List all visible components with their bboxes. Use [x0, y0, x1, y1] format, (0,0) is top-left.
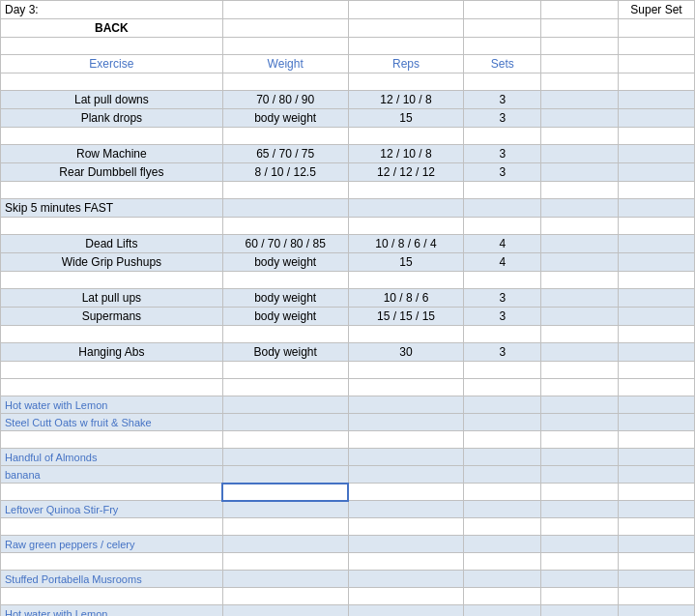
reps-value: 30 — [348, 343, 464, 362]
selected-row — [1, 484, 695, 501]
exercise-row: Dead Lifts 60 / 70 / 80 / 85 10 / 8 / 6 … — [1, 235, 695, 253]
empty-row — [1, 518, 695, 536]
food-row: Raw green peppers / celery — [1, 536, 695, 553]
day-label: Day 3: — [1, 1, 223, 19]
weight-value: Body weight — [222, 343, 348, 362]
back-label: BACK — [1, 19, 223, 38]
empty-row — [1, 38, 695, 55]
empty-row — [1, 272, 695, 289]
exercise-name: Rear Dumbbell flyes — [1, 163, 223, 182]
reps-value: 10 / 8 / 6 / 4 — [348, 235, 464, 253]
skip-label: Skip 5 minutes FAST — [1, 199, 223, 218]
reps-value: 12 / 12 / 12 — [348, 163, 464, 182]
sets-value: 3 — [464, 308, 541, 326]
exercise-row: Rear Dumbbell flyes 8 / 10 / 12.5 12 / 1… — [1, 163, 695, 182]
sets-value: 3 — [464, 343, 541, 362]
food-label: Stuffed Portabella Musrooms — [1, 571, 223, 588]
weight-value: 60 / 70 / 80 / 85 — [222, 235, 348, 253]
skip-row: Skip 5 minutes FAST — [1, 199, 695, 218]
reps-value: 15 / 15 / 15 — [348, 308, 464, 326]
food-row: Handful of Almonds — [1, 449, 695, 466]
selected-cell[interactable] — [222, 484, 348, 501]
empty-row — [1, 326, 695, 343]
weight-value: body weight — [222, 253, 348, 272]
sets-value: 4 — [464, 235, 541, 253]
exercise-name: Supermans — [1, 308, 223, 326]
weight-value: body weight — [222, 289, 348, 308]
weight-value: 8 / 10 / 12.5 — [222, 163, 348, 182]
reps-value: 15 — [348, 109, 464, 128]
sets-value: 3 — [464, 109, 541, 128]
weight-value: 65 / 70 / 75 — [222, 145, 348, 163]
exercise-header: Exercise — [1, 55, 223, 73]
sets-value: 3 — [464, 145, 541, 163]
back-row: BACK — [1, 19, 695, 38]
main-table: Day 3: Super Set BACK Exercise Weight Re… — [0, 0, 695, 616]
exercise-name: Wide Grip Pushups — [1, 253, 223, 272]
empty-row — [1, 218, 695, 235]
exercise-name: Plank drops — [1, 109, 223, 128]
empty-row — [1, 362, 695, 379]
empty-row — [1, 379, 695, 396]
empty-row — [1, 431, 695, 449]
empty-row — [1, 128, 695, 145]
column-headers-row: Exercise Weight Reps Sets — [1, 55, 695, 73]
exercise-name: Lat pull ups — [1, 289, 223, 308]
empty-row — [1, 588, 695, 605]
food-label: Leftover Quinoa Stir-Fry — [1, 501, 223, 518]
exercise-name: Hanging Abs — [1, 343, 223, 362]
reps-value: 10 / 8 / 6 — [348, 289, 464, 308]
food-row: Hot water with Lemon — [1, 396, 695, 414]
reps-value: 12 / 10 / 8 — [348, 91, 464, 109]
exercise-row: Lat pull downs 70 / 80 / 90 12 / 10 / 8 … — [1, 91, 695, 109]
empty-row — [1, 182, 695, 199]
weight-header: Weight — [222, 55, 348, 73]
food-label: Hot water with Lemon — [1, 396, 223, 414]
sets-value: 3 — [464, 163, 541, 182]
exercise-name: Lat pull downs — [1, 91, 223, 109]
food-row: Leftover Quinoa Stir-Fry — [1, 501, 695, 518]
weight-value: body weight — [222, 109, 348, 128]
reps-value: 12 / 10 / 8 — [348, 145, 464, 163]
empty-row — [1, 73, 695, 91]
exercise-name: Dead Lifts — [1, 235, 223, 253]
food-label: Hot water with Lemon — [1, 605, 223, 617]
exercise-row: Row Machine 65 / 70 / 75 12 / 10 / 8 3 — [1, 145, 695, 163]
exercise-row: Wide Grip Pushups body weight 15 4 — [1, 253, 695, 272]
food-row: Steel Cutt Oats w fruit & Shake — [1, 414, 695, 431]
food-row: Hot water with Lemon — [1, 605, 695, 617]
food-row: Stuffed Portabella Musrooms — [1, 571, 695, 588]
exercise-row: Supermans body weight 15 / 15 / 15 3 — [1, 308, 695, 326]
exercise-row: Lat pull ups body weight 10 / 8 / 6 3 — [1, 289, 695, 308]
super-set-label: Super Set — [619, 1, 695, 19]
sets-header: Sets — [464, 55, 541, 73]
day-row: Day 3: Super Set — [1, 1, 695, 19]
exercise-row: Hanging Abs Body weight 30 3 — [1, 343, 695, 362]
food-label: Steel Cutt Oats w fruit & Shake — [1, 414, 223, 431]
reps-header: Reps — [348, 55, 464, 73]
empty-row — [1, 553, 695, 571]
exercise-name: Row Machine — [1, 145, 223, 163]
food-label: banana — [1, 466, 223, 484]
food-label: Handful of Almonds — [1, 449, 223, 466]
sets-value: 3 — [464, 91, 541, 109]
sets-value: 4 — [464, 253, 541, 272]
food-label: Raw green peppers / celery — [1, 536, 223, 553]
exercise-row: Plank drops body weight 15 3 — [1, 109, 695, 128]
reps-value: 15 — [348, 253, 464, 272]
weight-value: 70 / 80 / 90 — [222, 91, 348, 109]
weight-value: body weight — [222, 308, 348, 326]
sets-value: 3 — [464, 289, 541, 308]
food-row: banana — [1, 466, 695, 484]
